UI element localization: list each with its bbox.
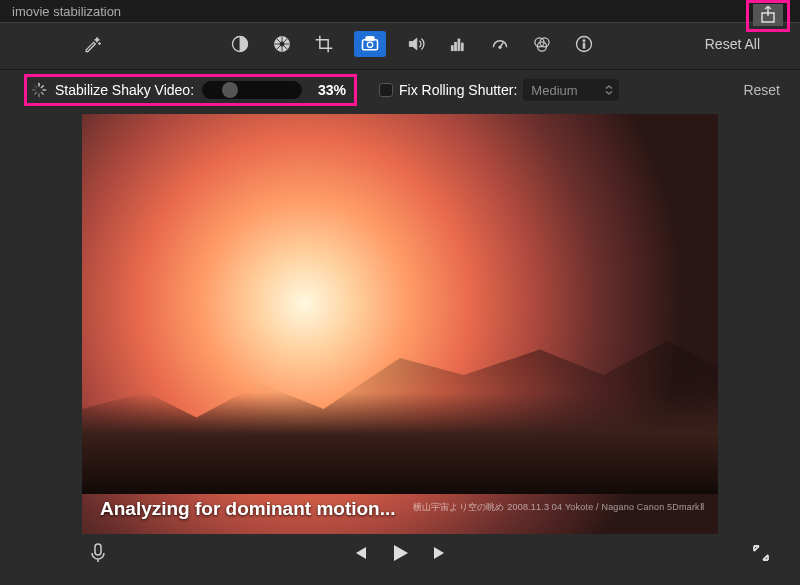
svg-rect-13 — [455, 42, 457, 50]
volume-icon[interactable] — [404, 32, 428, 56]
svg-line-29 — [35, 92, 37, 94]
previous-button[interactable] — [351, 544, 369, 565]
stabilization-icon[interactable] — [354, 31, 386, 57]
slider-thumb[interactable] — [222, 82, 238, 98]
crop-icon[interactable] — [312, 32, 336, 56]
stabilize-value: 33% — [310, 82, 346, 98]
chevron-updown-icon — [605, 85, 613, 95]
svg-rect-9 — [363, 40, 378, 50]
rolling-shutter-select[interactable]: Medium — [523, 79, 619, 101]
svg-rect-14 — [458, 39, 460, 51]
color-correction-icon[interactable] — [270, 32, 294, 56]
rolling-shutter-select-value: Medium — [531, 83, 577, 98]
svg-rect-23 — [583, 43, 585, 48]
rolling-shutter-label: Fix Rolling Shutter: — [399, 82, 517, 98]
window-title: imovie stabilization — [12, 4, 788, 19]
svg-rect-12 — [451, 46, 453, 51]
svg-rect-15 — [461, 43, 463, 50]
svg-line-27 — [41, 92, 43, 94]
svg-point-11 — [367, 42, 372, 47]
preview-metadata-text: 横山宇宙より空の眺め 2008.11.3 04 Yokote / Nagano … — [413, 501, 704, 514]
window-titlebar: imovie stabilization — [0, 0, 800, 22]
fullscreen-icon[interactable] — [752, 544, 770, 565]
svg-rect-10 — [366, 37, 374, 41]
rolling-shutter-checkbox[interactable] — [379, 83, 393, 97]
svg-point-22 — [583, 40, 585, 42]
share-button[interactable] — [753, 4, 783, 26]
reset-button[interactable]: Reset — [743, 82, 780, 98]
noise-reduction-icon[interactable] — [446, 32, 470, 56]
speed-icon[interactable] — [488, 32, 512, 56]
stabilize-label: Stabilize Shaky Video: — [55, 82, 194, 98]
color-filter-icon[interactable] — [530, 32, 554, 56]
magic-wand-icon[interactable] — [80, 32, 104, 56]
color-balance-icon[interactable] — [228, 32, 252, 56]
stabilization-settings-row: Stabilize Shaky Video: 33% Fix Rolling S… — [0, 70, 800, 110]
reset-all-button[interactable]: Reset All — [705, 36, 760, 52]
info-icon[interactable] — [572, 32, 596, 56]
svg-rect-33 — [95, 544, 101, 555]
svg-line-31 — [35, 86, 37, 88]
preview-status-text: Analyzing for dominant motion... — [100, 498, 396, 520]
play-button[interactable] — [389, 542, 411, 567]
share-icon — [760, 6, 776, 24]
video-preview: Analyzing for dominant motion... 横山宇宙より空… — [82, 114, 718, 534]
playback-controls — [0, 534, 800, 574]
svg-line-25 — [41, 86, 43, 88]
microphone-icon[interactable] — [90, 543, 106, 566]
loading-spinner-icon — [31, 82, 47, 98]
adjustment-toolbar: Reset All — [0, 22, 800, 70]
video-frame: Analyzing for dominant motion... 横山宇宙より空… — [82, 114, 718, 534]
stabilize-slider[interactable] — [202, 81, 302, 99]
next-button[interactable] — [431, 544, 449, 565]
svg-point-17 — [499, 46, 502, 49]
stabilize-shaky-video-group: Stabilize Shaky Video: 33% — [24, 74, 357, 106]
